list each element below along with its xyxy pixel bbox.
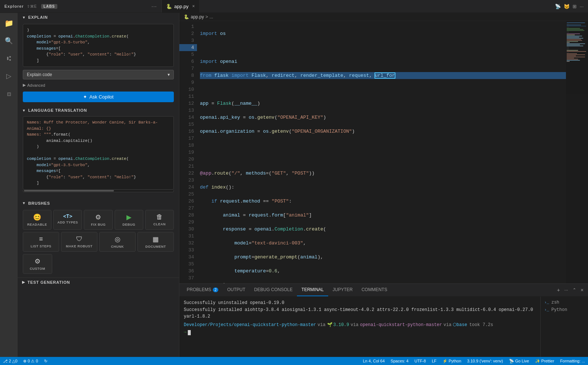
sidebar-more-icon[interactable]: ··· [151,3,157,9]
status-cursor-pos[interactable]: Ln 4, Col 64 [360,357,387,365]
terminal-shell-zsh[interactable]: ›_ zsh [542,299,587,306]
tab-close-icon[interactable]: × [192,4,195,9]
brush-list-steps[interactable]: ≡ LIST STEPS [23,232,59,252]
code-line-2 [200,44,566,51]
minimap [566,21,588,283]
prompt-base: ⬡base [453,322,467,329]
explain-content: ) completion = openai.ChatCompletion.cre… [18,22,179,106]
section-test-header[interactable]: ▶ TEST GENERATION [18,278,179,287]
tab-terminal[interactable]: TERMINAL [297,284,328,296]
python-shell-label: Python [551,307,567,312]
layout-icon[interactable]: ⊞ [573,4,577,9]
ask-copilot-label: Ask Copilot [89,94,114,100]
make-robust-label: MAKE ROBUST [66,244,93,248]
code-line-12: def index(): [200,184,566,191]
terminal-maximize-button[interactable]: ⌃ [571,287,578,293]
activity-search[interactable]: 🔍 [0,32,18,50]
brush-add-types[interactable]: <T> ADD TYPES [53,210,82,230]
status-python-ver[interactable]: 3.10.9 ('venv': venv) [464,357,506,365]
brush-fix-bug[interactable]: ⚙ FIX BUG [84,210,112,230]
brush-clean[interactable]: 🗑 CLEAN [145,210,174,230]
list-steps-label: LIST STEPS [31,244,51,248]
status-bar: ⎇ 2 △0 ⊗ 0 ⚠ 0 ↻ Ln 4, Col 64 Spaces: 4 … [0,357,588,365]
status-git[interactable]: ⎇ 2 △0 [0,357,20,365]
terminal-more-button[interactable]: ··· [563,287,570,293]
section-explain-header[interactable]: ▼ EXPLAIN [18,13,179,22]
activity-explorer[interactable]: 📁 [0,14,18,32]
breadcrumb-file[interactable]: app.py [191,14,204,19]
status-language[interactable]: ⚡ Python [440,357,464,365]
brushes-content: 😊 READABLE <T> ADD TYPES ⚙ FIX BUG [18,208,179,278]
terminal-output[interactable]: Successfully uninstalled openai-0.19.0 S… [179,297,540,357]
list-steps-icon: ≡ [39,235,43,243]
terminal-line1: Successfully uninstalled openai-0.19.0 [184,300,536,307]
explain-dropdown[interactable]: Explain code ▾ [23,70,174,79]
brush-custom-row: ⚙ CUSTOM [23,254,174,274]
lang-code-3: Names: """.format( [27,132,170,138]
tab-comments[interactable]: COMMENTS [357,284,392,296]
tab-bar: Explorer ⇧⌘E LABS ··· 🐍 app.py × 📡 😺 ⊞ ·… [0,0,588,13]
section-brushes-header[interactable]: ▼ BRUSHES [18,199,179,208]
status-line-ending[interactable]: LF [429,357,440,365]
advanced-label: Advanced [27,83,45,87]
brush-document[interactable]: ▦ DOCUMENT [137,232,174,252]
document-label: DOCUMENT [146,245,166,248]
activity-git[interactable]: ⑆ [0,50,18,67]
tab-output[interactable]: OUTPUT [223,284,250,296]
add-types-icon: <T> [63,213,72,219]
tab-app-py[interactable]: 🐍 app.py × [162,0,200,12]
section-lang-header[interactable]: ▼ LANGUAGE TRANSLATION [18,106,179,115]
brushes-row1: 😊 READABLE <T> ADD TYPES ⚙ FIX BUG [23,210,174,230]
code-line-16: model="text-davinci-003", [200,240,566,247]
sidebar-scroll-inner: ▼ EXPLAIN ) completion = openai.ChatComp… [18,13,179,287]
broadcast-icon[interactable]: 📡 [555,4,561,9]
code-line-10 [200,156,566,163]
labs-badge[interactable]: LABS [41,4,57,9]
tab-python-icon: 🐍 [166,4,172,9]
status-prettier[interactable]: ✨ Prettier [532,357,557,365]
brushes-caret: ▼ [22,201,26,205]
chunk-label: CHUNK [111,245,124,248]
ask-copilot-button[interactable]: ✦ Ask Copilot [23,92,174,102]
explain-code-line5: {"role": "user", "content": "Hello!"} [27,51,170,58]
lang-code-7: completion = openai.ChatCompletion.creat… [27,156,170,162]
advanced-caret: ▶ [23,83,26,87]
code-line-7: openai.api_key = os.getenv("OPENAI_API_K… [200,114,566,121]
advanced-toggle[interactable]: ▶ Advanced [23,82,174,89]
zsh-indicator: ›_ [544,300,549,305]
terminal-shell-python[interactable]: ›_ Python [542,306,587,314]
tab-problems[interactable]: PROBLEMS 2 [182,284,223,296]
status-sync[interactable]: ↻ [41,357,50,365]
prompt-time: took 7.2s [469,322,493,329]
tab-debug-console[interactable]: DEBUG CONSOLE [250,284,297,296]
brush-custom[interactable]: ⚙ CUSTOM [23,254,52,274]
chunk-icon: ◎ [115,235,121,243]
prompt-python-ver: 3.10.9 [333,322,349,329]
code-line-17: prompt=generate_prompt(animal), [200,254,566,261]
terminal-new-button[interactable]: + [556,286,562,294]
terminal-shell-selector: ›_ zsh ›_ Python [540,297,588,357]
terminal-close-button[interactable]: × [579,286,585,294]
status-errors[interactable]: ⊗ 0 ⚠ 0 [20,357,41,365]
explain-caret: ▼ [22,15,26,19]
activity-extensions[interactable]: ⧈ [0,85,18,103]
custom-label: CUSTOM [30,267,45,271]
avatar-icon[interactable]: 😺 [564,4,570,9]
more-icon[interactable]: ··· [580,4,584,9]
code-line-11: @app.route("/", methods=("GET", "POST")) [200,170,566,177]
status-spaces[interactable]: Spaces: 4 [388,357,412,365]
brush-chunk[interactable]: ◎ CHUNK [99,232,136,252]
brush-readable[interactable]: 😊 READABLE [23,210,51,230]
panel-actions: + ··· ⌃ × [556,284,585,296]
code-content[interactable]: import os import openai from flask impor… [197,21,566,283]
status-encoding[interactable]: UTF-8 [412,357,429,365]
document-icon: ▦ [153,235,159,243]
status-formatting[interactable]: Formatting: ... [557,357,588,365]
explorer-label: Explorer [4,4,24,8]
custom-icon: ⚙ [35,257,40,265]
brush-debug[interactable]: ▶ DEBUG [115,210,143,230]
brush-make-robust[interactable]: 🛡 MAKE ROBUST [61,232,97,252]
tab-jupyter[interactable]: JUPYTER [328,284,357,296]
status-go-live[interactable]: 📡 Go Live [506,357,532,365]
activity-debug[interactable]: ▷ [0,67,18,85]
